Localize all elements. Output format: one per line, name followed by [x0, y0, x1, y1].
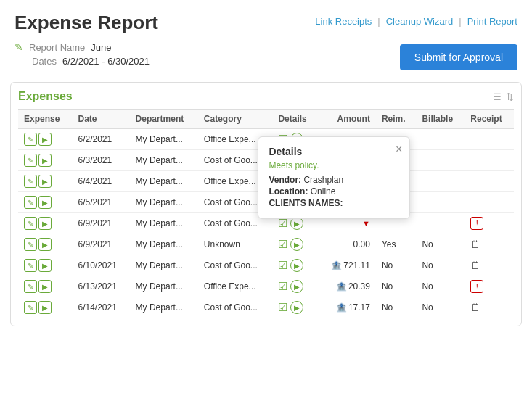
expense-reim: Yes [376, 234, 416, 255]
col-amount: Amount [319, 110, 376, 129]
list-icon[interactable]: ☰ [493, 91, 502, 102]
expense-date: 6/13/2021 [72, 276, 129, 297]
header-actions: Link Receipts | Cleanup Wizard | Print R… [315, 12, 517, 27]
expense-date: 6/14/2021 [72, 297, 129, 318]
table-row: ✎ ▶ 6/10/2021 My Depart... Cost of Goo..… [18, 255, 514, 276]
expense-dept: My Depart... [130, 129, 198, 150]
expense-billable: No [416, 255, 465, 276]
edit-expense-icon[interactable]: ✎ [24, 280, 37, 293]
cleanup-wizard-link[interactable]: Cleanup Wizard [386, 16, 454, 27]
row-icons-cell: ✎ ▶ [18, 192, 72, 213]
expense-amount: 🏦721.11 [319, 255, 376, 276]
popup-vendor-label: Vendor: [269, 175, 301, 185]
popup-clients: CLIENTS NAMES: [269, 198, 399, 208]
expense-reim: No [376, 297, 416, 318]
report-fields: ✎ Report Name June Dates 6/2/2021 - 6/30… [15, 41, 150, 67]
expense-details-cell: ☑ ▶ [272, 255, 318, 276]
edit-expense-icon[interactable]: ✎ [24, 238, 37, 251]
receipt-error-icon[interactable]: ! [470, 217, 483, 230]
table-row: ✎ ▶ 6/9/2021 My Depart... Unknown ☑ ▶ [18, 234, 514, 255]
col-department: Department [130, 110, 198, 129]
edit-expense-icon[interactable]: ✎ [24, 217, 37, 230]
expense-receipt [465, 150, 514, 171]
receipt-doc-icon[interactable]: 🗒 [470, 302, 480, 313]
expense-category: Cost of Goo... [198, 255, 273, 276]
expense-date: 6/2/2021 [72, 129, 129, 150]
receipt-error-icon[interactable]: ! [470, 280, 483, 293]
expand-expense-icon[interactable]: ▶ [38, 175, 52, 188]
edit-expense-icon[interactable]: ✎ [24, 154, 37, 167]
report-dates-value: 6/2/2021 - 6/30/2021 [62, 56, 150, 67]
expand-expense-icon[interactable]: ▶ [38, 196, 52, 209]
submit-section: Submit for Approval [400, 41, 517, 70]
popup-title: Details [269, 146, 399, 157]
page-header: Expense Report Link Receipts | Cleanup W… [0, 0, 532, 41]
expand-expense-icon[interactable]: ▶ [38, 301, 52, 314]
expand-expense-icon[interactable]: ▶ [38, 259, 52, 272]
details-arrow-icon[interactable]: ▶ [290, 301, 303, 314]
details-check-icon: ☑ [278, 301, 287, 314]
expand-expense-icon[interactable]: ▶ [38, 154, 52, 167]
expand-expense-icon[interactable]: ▶ [38, 133, 52, 146]
expense-receipt [465, 192, 514, 213]
edit-expense-icon[interactable]: ✎ [24, 175, 37, 188]
expense-dept: My Depart... [130, 255, 198, 276]
row-icons-cell: ✎ ▶ [18, 213, 72, 234]
expense-category: Unknown [198, 234, 273, 255]
expense-date: 6/9/2021 [72, 234, 129, 255]
link-receipts-link[interactable]: Link Receipts [315, 16, 372, 27]
expense-billable [416, 150, 465, 171]
print-report-link[interactable]: Print Report [467, 16, 517, 27]
row-icons-cell: ✎ ▶ [18, 276, 72, 297]
expense-billable [416, 171, 465, 192]
expense-amount: 🏦20.39 [319, 276, 376, 297]
details-arrow-icon[interactable]: ▶ [290, 259, 303, 272]
expand-expense-icon[interactable]: ▶ [38, 238, 52, 251]
page-title: Expense Report [15, 12, 158, 34]
report-name-label: Report Name [29, 42, 85, 53]
edit-expense-icon[interactable]: ✎ [24, 259, 37, 272]
table-row: ✎ ▶ 6/14/2021 My Depart... Cost of Goo..… [18, 297, 514, 318]
expense-billable [416, 192, 465, 213]
expense-amount: 0.00 [319, 234, 376, 255]
receipt-doc-icon[interactable]: 🗒 [470, 239, 480, 250]
edit-expense-icon[interactable]: ✎ [24, 301, 37, 314]
expand-expense-icon[interactable]: ▶ [38, 280, 52, 293]
row-icons-cell: ✎ ▶ [18, 234, 72, 255]
col-expense: Expense [18, 110, 72, 129]
expense-date: 6/5/2021 [72, 192, 129, 213]
edit-expense-icon[interactable]: ✎ [24, 133, 37, 146]
report-dates-label: Dates [32, 56, 57, 67]
expense-details-cell: ☑ ▶ [272, 234, 318, 255]
edit-expense-icon[interactable]: ✎ [24, 196, 37, 209]
expense-billable: No [416, 276, 465, 297]
expense-billable: No [416, 234, 465, 255]
expand-expense-icon[interactable]: ▶ [38, 217, 52, 230]
report-dates-row: Dates 6/2/2021 - 6/30/2021 [15, 56, 150, 67]
receipt-doc-icon[interactable]: 🗒 [470, 260, 480, 271]
submit-for-approval-button[interactable]: Submit for Approval [400, 44, 517, 70]
row-icons-cell: ✎ ▶ [18, 129, 72, 150]
report-name-edit-icon[interactable]: ✎ [15, 41, 23, 53]
table-row: ✎ ▶ 6/13/2021 My Depart... Office Expe..… [18, 276, 514, 297]
expense-date: 6/10/2021 [72, 255, 129, 276]
popup-box: × Details Meets policy. Vendor: Crashpla… [258, 136, 410, 219]
details-arrow-icon[interactable]: ▶ [290, 238, 303, 251]
expense-details-cell: ☑ ▶ [272, 297, 318, 318]
expense-dept: My Depart... [130, 297, 198, 318]
expense-dept: My Depart... [130, 213, 198, 234]
popup-location-label: Location: [269, 186, 308, 197]
popup-close-button[interactable]: × [396, 143, 402, 156]
details-arrow-icon[interactable]: ▶ [290, 280, 303, 293]
popup-policy: Meets policy. [269, 160, 399, 170]
expenses-table: Expense Date Department Category Details… [18, 109, 514, 318]
table-row: ✎ ▶ 6/2/2021 My Depart... Office Expe...… [18, 129, 514, 150]
expense-billable [416, 129, 465, 150]
expense-date: 6/9/2021 [72, 213, 129, 234]
expense-receipt: ! [465, 213, 514, 234]
popup-vendor: Vendor: Crashplan [269, 175, 399, 185]
sort-icon[interactable]: ⇅ [506, 91, 514, 102]
expense-details-cell: ☑ ▶ × Details Meets policy. V [272, 129, 318, 150]
col-date: Date [72, 110, 129, 129]
header-icons: ☰ ⇅ [493, 91, 514, 102]
